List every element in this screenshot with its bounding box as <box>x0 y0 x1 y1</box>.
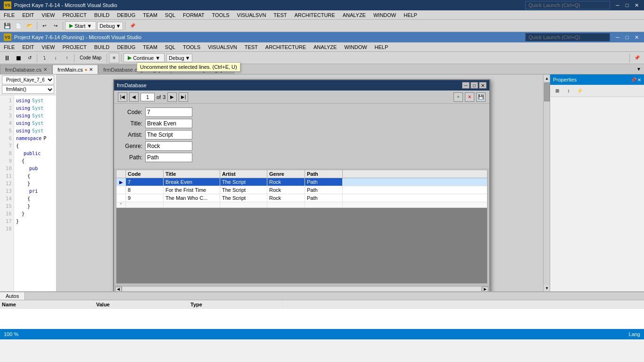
dialog-close-btn[interactable]: ✕ <box>479 82 487 89</box>
new-file-btn[interactable]: 📄 <box>13 21 24 31</box>
nav-prev-btn[interactable]: ◀ <box>129 92 139 102</box>
code-input[interactable] <box>145 107 192 117</box>
dialog-hscroll[interactable]: ◀ ▶ <box>114 286 489 291</box>
nav-save-btn[interactable]: 💾 <box>476 92 486 102</box>
dialog-minimize-btn[interactable]: ─ <box>462 82 470 89</box>
tab-autos[interactable]: Autos <box>0 292 25 300</box>
menu-visualsvn-2[interactable]: VISUALSVN <box>204 42 241 51</box>
menu-project-1[interactable]: PROJECT <box>58 10 90 19</box>
save-btn[interactable]: 💾 <box>2 21 12 31</box>
nav-first-btn[interactable]: |◀ <box>118 92 127 102</box>
close-btn-1[interactable]: ✕ <box>633 1 640 9</box>
tab-scroll-right[interactable]: ▼ <box>634 64 644 74</box>
redo-btn[interactable]: ↪ <box>50 21 61 31</box>
nav-add-btn[interactable]: + <box>454 92 463 102</box>
grid-row-new[interactable]: * <box>116 202 487 208</box>
menu-edit-2[interactable]: EDIT <box>18 42 38 51</box>
dialog-maximize-btn[interactable]: □ <box>471 82 478 89</box>
debug-config-dropdown[interactable]: Debug ▼ <box>97 22 123 30</box>
undo-btn[interactable]: ↩ <box>39 21 50 31</box>
nav-last-btn[interactable]: ▶| <box>179 92 188 102</box>
props-sort-btn[interactable]: ↕ <box>563 86 574 96</box>
menu-sql-2[interactable]: SQL <box>161 42 179 51</box>
menu-test-1[interactable]: TEST <box>270 10 290 19</box>
vscroll-down-btn[interactable]: ▼ <box>544 285 550 291</box>
pin-btn[interactable]: 📌 <box>127 21 138 31</box>
restore-btn-1[interactable]: □ <box>623 1 631 9</box>
menu-window-1[interactable]: WINDOW <box>370 10 400 19</box>
restore-btn-2[interactable]: □ <box>623 33 631 41</box>
lang-indicator: Lang <box>629 331 640 337</box>
vscroll-up-btn[interactable]: ▲ <box>544 75 550 82</box>
nav-next-btn[interactable]: ▶ <box>167 92 177 102</box>
tab-frmmain-close[interactable]: ✕ <box>89 67 93 72</box>
pause-btn[interactable]: ⏸ <box>2 53 12 63</box>
artist-input[interactable] <box>145 130 192 140</box>
close-btn-2[interactable]: ✕ <box>633 33 640 41</box>
grid-row-1[interactable]: ▶ 7 Break Even The Script Rock Path <box>116 178 487 186</box>
minimize-btn-1[interactable]: ─ <box>614 1 621 9</box>
menu-build-1[interactable]: BUILD <box>91 10 113 19</box>
pin-debug-btn[interactable]: 📌 <box>632 53 642 63</box>
code-text[interactable]: using Syst using Syst using Syst using S… <box>14 95 56 291</box>
menu-help-2[interactable]: HELP <box>371 42 392 51</box>
menu-file-2[interactable]: FILE <box>0 42 18 51</box>
title-input[interactable] <box>145 119 192 128</box>
menu-team-1[interactable]: TEAM <box>139 10 161 19</box>
genre-input[interactable] <box>145 141 192 151</box>
menu-test-2[interactable]: TEST <box>241 42 262 51</box>
start-btn[interactable]: ▶ Start ▼ <box>65 21 96 30</box>
tab-frmdatabase-close[interactable]: ✕ <box>43 67 47 72</box>
quick-launch-1[interactable] <box>525 1 610 9</box>
path-input[interactable] <box>145 153 192 162</box>
debug-mode-dropdown[interactable]: Debug ▼ <box>166 54 192 62</box>
minimize-btn-2[interactable]: ─ <box>614 33 621 41</box>
menu-edit-1[interactable]: EDIT <box>18 10 38 19</box>
open-btn[interactable]: 📂 <box>25 21 35 31</box>
props-cat-btn[interactable]: ⊞ <box>552 86 562 96</box>
editor-vscroll[interactable]: ▲ ▼ <box>543 74 550 291</box>
grid-row-2[interactable]: 8 For the Frist Time The Script Rock Pat… <box>116 186 487 194</box>
menu-view-1[interactable]: VIEW <box>38 10 58 19</box>
menu-file-1[interactable]: FILE <box>0 10 18 19</box>
hscroll-right-btn[interactable]: ▶ <box>482 287 488 292</box>
step-over-btn[interactable]: ⤵ <box>39 53 50 63</box>
code-map-btn[interactable]: Code Map <box>76 53 105 63</box>
step-out-btn[interactable]: ↑ <box>62 53 72 63</box>
project-nav-dropdown[interactable]: Project_Kaye_7_6_14.frmMain <box>2 75 54 84</box>
step-into-btn[interactable]: ↓ <box>50 53 61 63</box>
menu-visualsvn-1[interactable]: VISUALSVN <box>233 10 270 19</box>
grid-row-3[interactable]: 9 The Man Who C... The Script Rock Path <box>116 194 487 202</box>
menu-project-2[interactable]: PROJECT <box>58 42 90 51</box>
menu-analyze-2[interactable]: ANALYZE <box>310 42 340 51</box>
props-pin-btn[interactable]: 📌 <box>631 77 636 82</box>
continue-btn[interactable]: ▶ Continue ▼ <box>124 53 165 62</box>
nav-page-input[interactable] <box>140 93 155 101</box>
hscroll-left-btn[interactable]: ◀ <box>115 287 122 292</box>
menu-tools-1[interactable]: TOOLS <box>208 10 233 19</box>
tab-frmdatabase[interactable]: frmDatabase.cs ✕ <box>0 65 52 74</box>
menu-debug-1[interactable]: DEBUG <box>113 10 139 19</box>
stop-btn[interactable]: ⏹ <box>13 53 24 63</box>
menu-help-1[interactable]: HELP <box>400 10 421 19</box>
menu-sql-1[interactable]: SQL <box>161 10 179 19</box>
uncomment-btn[interactable]: ≡ <box>109 53 119 63</box>
menu-tools-2[interactable]: TOOLS <box>179 42 204 51</box>
menu-window-2[interactable]: WINDOW <box>340 42 371 51</box>
tab-frmmain[interactable]: frmMain.cs ● ✕ <box>52 65 98 74</box>
menu-view-2[interactable]: VIEW <box>38 42 58 51</box>
menu-format-1[interactable]: FORMAT <box>179 10 208 19</box>
method-nav-dropdown[interactable]: frmMain() <box>2 85 54 94</box>
quick-launch-2[interactable] <box>525 33 610 41</box>
props-close-btn[interactable]: ✕ <box>637 77 641 82</box>
menu-debug-2[interactable]: DEBUG <box>113 42 139 51</box>
menu-analyze-1[interactable]: ANALYZE <box>339 10 370 19</box>
restart-btn[interactable]: ↺ <box>25 53 35 63</box>
nav-delete-btn[interactable]: ✕ <box>465 92 474 102</box>
dialog: frmDatabase ─ □ ✕ |◀ ◀ of 3 ▶ ▶| + ✕ 💾 <box>113 79 490 291</box>
menu-team-2[interactable]: TEAM <box>139 42 161 51</box>
menu-architecture-1[interactable]: ARCHITECTURE <box>290 10 339 19</box>
menu-architecture-2[interactable]: ARCHITECTURE <box>262 42 310 51</box>
props-events-btn[interactable]: ⚡ <box>575 86 585 96</box>
menu-build-2[interactable]: BUILD <box>91 42 113 51</box>
